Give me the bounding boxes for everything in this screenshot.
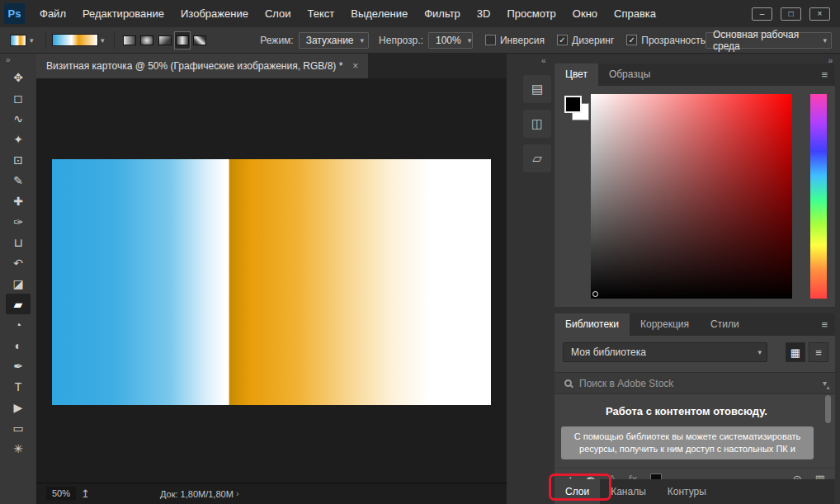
menu-layers[interactable]: Слои [257,0,300,27]
checkbox-label: Дизеринг [572,35,614,46]
document-tab-bar: Визитная карточка @ 50% (Графические изо… [36,54,507,78]
document-size-info: Док: 1,80M/1,80M [160,489,234,499]
color-cursor[interactable] [592,291,598,297]
lasso-tool[interactable]: ∿ [6,108,31,129]
document-tab[interactable]: Визитная карточка @ 50% (Графические изо… [36,54,368,78]
tab-adjustments[interactable]: Коррекция [630,313,700,336]
dither-checkbox[interactable]: ✓ Дизеринг [557,35,614,46]
quick-selection-tool[interactable]: ✦ [6,129,31,149]
export-icon[interactable]: ↥ [81,488,90,500]
glyphs-panel-icon[interactable]: ▱ [523,144,551,172]
menu-file[interactable]: Файл [31,0,74,27]
menu-select[interactable]: Выделение [342,0,416,27]
checkbox-label: Инверсия [500,35,545,46]
foreground-color-swatch[interactable] [564,96,582,113]
scroll-up-icon[interactable]: ▴ [826,384,829,392]
blur-tool[interactable]: ◔ [6,314,31,335]
gradient-tool-icon [10,35,26,46]
menu-bar: Файл Редактирование Изображение Слои Тек… [31,0,664,27]
panel-menu-icon[interactable]: ≡ [821,68,828,81]
history-brush-tool[interactable]: ↶ [6,252,31,273]
close-tab-icon[interactable]: × [352,60,358,72]
adjustments-panel-icon[interactable]: ◫ [523,110,551,138]
menu-image[interactable]: Изображение [172,0,257,27]
close-button[interactable]: × [809,7,830,21]
move-tool[interactable]: ✥ [6,67,31,87]
invert-checkbox[interactable]: Инверсия [485,35,545,46]
photoshop-window: Ps Файл Редактирование Изображение Слои … [0,0,840,504]
gradient-tool[interactable]: ▰ [6,294,31,314]
grid-view-button[interactable]: ▦ [786,342,805,362]
maximize-button[interactable]: □ [781,7,801,21]
properties-panel-icon[interactable]: ▤ [523,75,551,103]
gradient-preview[interactable] [52,34,97,46]
clone-stamp-tool[interactable]: ⊔ [6,232,31,252]
checkbox-label: Прозрачность [641,35,706,46]
menu-window[interactable]: Окно [564,0,606,27]
opacity-select[interactable]: 100% ▾ [428,32,473,49]
radial-gradient-button[interactable] [139,31,155,49]
status-options-chevron[interactable]: › [236,488,239,498]
pen-tool[interactable]: ✒ [6,356,31,376]
adobe-stock-search[interactable]: Поиск в Adobe Stock ▾ [554,372,835,394]
minimize-button[interactable]: – [752,7,772,21]
opacity-value: 100% [436,35,461,46]
menu-filter[interactable]: Фильтр [416,0,469,27]
menu-help[interactable]: Справка [606,0,664,27]
dodge-tool[interactable]: ◐ [6,335,31,356]
marquee-tool[interactable]: ◻ [6,87,31,108]
libraries-panel-tabs: Библиотеки Коррекция Стили ≡ [554,313,835,336]
gradient-picker-chevron[interactable]: ▾ [98,33,107,48]
tool-options-bar: ▾ ▾ Режим: Затухание ▾ Непрозр.: 100% ▾ … [0,27,840,54]
layers-panel-tabs: Слои Каналы Контуры [554,479,835,504]
reflected-gradient-button[interactable] [174,31,191,49]
tab-paths[interactable]: Контуры [657,479,717,504]
hand-tool[interactable]: ✳ [6,438,31,459]
linear-gradient-button[interactable] [121,31,138,49]
tool-preset-picker[interactable]: ▾ [10,35,34,46]
libraries-heading: Работа с контентом отовсюду. [554,405,819,417]
transparency-checkbox[interactable]: ✓ Прозрачность [626,35,706,46]
status-bar: 50% ↥ Док: 1,80M/1,80M › [36,483,507,504]
saturation-brightness-field[interactable] [591,94,792,299]
crop-tool[interactable]: ⊡ [6,149,31,170]
blend-mode-value: Затухание [306,35,354,46]
collapsed-panel-icons: ▤ ◫ ▱ [523,75,553,179]
library-select-value: Моя библиотека [571,346,646,358]
brush-tool[interactable]: ✑ [6,211,31,232]
tab-layers[interactable]: Слои [554,479,600,504]
eraser-tool[interactable]: ◪ [6,273,31,294]
window-controls: – □ × [752,7,830,21]
tab-libraries[interactable]: Библиотеки [554,313,630,336]
panel-menu-icon[interactable]: ≡ [821,318,828,331]
expand-panels-icon[interactable]: « [541,56,545,65]
tab-styles[interactable]: Стили [700,313,750,336]
healing-brush-tool[interactable]: ✚ [6,191,31,211]
panel-dock: « » ▤ ◫ ▱ Цвет Образцы ≡ [507,54,840,504]
document-tab-title: Визитная карточка @ 50% (Графические изо… [46,60,342,72]
tab-color[interactable]: Цвет [554,64,598,86]
photoshop-logo: Ps [4,3,25,24]
menu-3d[interactable]: 3D [469,0,499,27]
canvas-image[interactable] [52,159,491,405]
library-select[interactable]: Моя библиотека ▾ [563,342,767,362]
workspace-select[interactable]: Основная рабочая среда ▾ [706,32,832,49]
hue-slider[interactable] [810,94,827,299]
tab-channels[interactable]: Каналы [600,479,657,504]
blend-mode-select[interactable]: Затухание ▾ [299,32,369,49]
tab-swatches[interactable]: Образцы [598,64,661,86]
diamond-gradient-button[interactable] [191,31,208,49]
eyedropper-tool[interactable]: ✎ [6,170,31,191]
shape-tool[interactable]: ▭ [6,417,31,438]
path-selection-tool[interactable]: ▶ [6,397,31,417]
menu-edit[interactable]: Редактирование [74,0,172,27]
toolbox-collapse-icon[interactable]: » [0,54,36,67]
type-tool[interactable]: T [6,376,31,397]
scrollbar-thumb[interactable] [825,395,831,423]
menu-view[interactable]: Просмотр [498,0,564,27]
menu-type[interactable]: Текст [300,0,343,27]
reflected-gradient-icon [176,35,189,45]
angle-gradient-button[interactable] [156,31,172,49]
zoom-level[interactable]: 50% [46,487,76,500]
list-view-button[interactable]: ≡ [809,342,828,362]
